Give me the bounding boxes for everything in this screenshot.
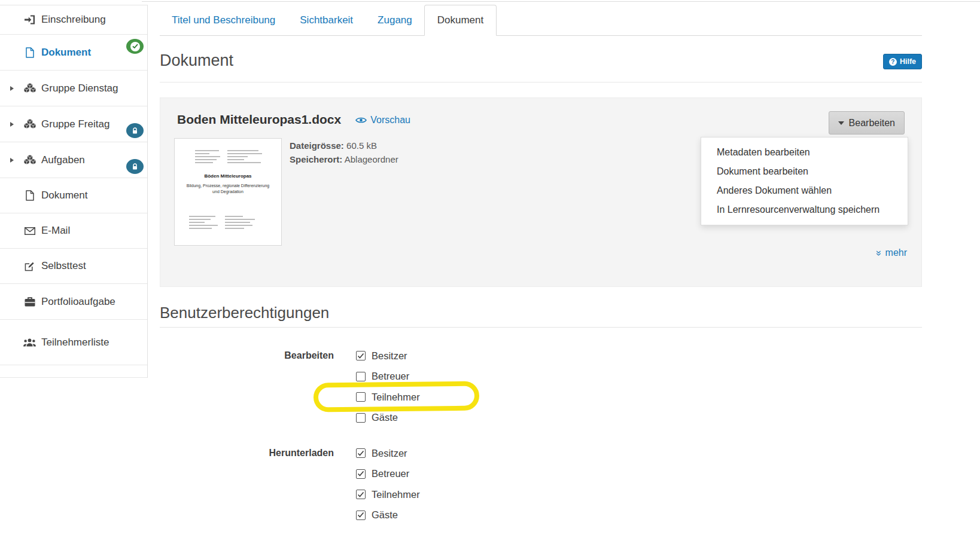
completed-badge [126,39,144,54]
option-label: Betreuer [372,468,409,479]
sidebar-item-teilnehmerliste[interactable]: Teilnehmerliste [0,320,147,365]
sidebar-item-label: Einschreibung [41,14,106,26]
caret-right-icon [10,86,14,91]
cubes-icon [23,119,36,129]
checkbox-bearbeiten-betreuer[interactable] [356,372,366,381]
caret-right-icon [10,122,14,127]
tab-sichtbarkeit[interactable]: Sichtbarkeit [300,5,353,35]
option-label: Gäste [372,509,398,521]
caret-down-icon [838,121,844,125]
file-icon [23,190,36,201]
tab-titel-und-beschreibung[interactable]: Titel und Beschreibung [172,5,275,35]
sidebar-item-selbsttest[interactable]: Selbsttest [0,249,147,284]
tab-label[interactable]: Titel und Beschreibung [172,14,275,26]
sidebar-item-dokument[interactable]: Dokument [0,35,147,71]
tab-zugang[interactable]: Zugang [378,5,412,35]
course-menu: EinschreibungDokumentGruppe DienstagGrup… [0,5,148,378]
envelope-icon [23,227,36,235]
edit-button-label: Bearbeiten [849,118,895,129]
sidebar-item-e-mail[interactable]: E-Mail [0,213,147,249]
tab-bar: Titel und BeschreibungSichtbarkeitZugang… [160,5,922,36]
sidebar-item-label: E-Mail [41,225,70,237]
cubes-icon [23,155,36,165]
option-label: Teilnehmer [372,392,420,403]
checkbox-bearbeiten-besitzer[interactable] [356,351,366,360]
checkbox-herunterladen-besitzer[interactable] [356,448,366,458]
sidebar-item-gruppe-freitag[interactable]: Gruppe Freitag [0,106,147,142]
thumbnail-title: Böden Mitteleuropas [175,173,281,179]
tab-label[interactable]: Sichtbarkeit [300,14,353,26]
permission-group-label: Bearbeiten [160,346,334,366]
preview-label: Vorschau [370,115,410,126]
filesize-row: Dateigrösse: 60.5 kB [290,139,398,152]
users-icon [23,338,36,347]
sidebar-item-aufgaben[interactable]: Aufgaben [0,142,147,178]
more-link[interactable]: » mehr [876,247,907,258]
option-label: Gäste [372,412,398,423]
section-divider [160,327,922,328]
thumbnail-subtitle-1: Bildung, Prozesse, regionale Differenzie… [175,183,281,189]
question-circle-icon: ? [889,58,897,66]
checkbox-herunterladen-teilnehmer[interactable] [356,490,366,499]
permissions-heading: Benutzerberechtigungen [160,302,329,323]
sidebar-item-gruppe-dienstag[interactable]: Gruppe Dienstag [0,71,147,106]
tab-dokument[interactable]: Dokument [424,5,497,36]
option-row-bearbeiten-besitzer: Besitzer [356,346,420,366]
sidebar-item-label: Gruppe Freitag [41,118,109,130]
section-divider [160,82,922,82]
permissions-form: BearbeitenBesitzerBetreuerTeilnehmerGäst… [160,346,922,540]
eye-icon [355,117,367,124]
edit-dropdown-menu: Metadaten bearbeitenDokument bearbeitenA… [701,137,908,225]
menu-item-metadaten-bearbeiten[interactable]: Metadaten bearbeiten [701,143,908,162]
header-divider [142,1,980,2]
angle-double-down-icon: » [874,250,884,255]
sidebar-item-label: Dokument [41,189,87,201]
option-label: Teilnehmer [372,489,420,500]
checkbox-herunterladen-betreuer[interactable] [356,469,366,479]
option-label: Besitzer [372,350,407,362]
sidebar-item-label: Portfolioaufgabe [41,296,115,308]
sidebar-item-label: Teilnehmerliste [41,337,109,349]
location-value: Ablageordner [345,154,398,164]
caret-right-icon [10,158,14,163]
file-icon [23,47,36,58]
document-panel: Boden Mitteleuropas1.docx Vorschau [160,97,922,287]
option-row-herunterladen-teilnehmer: Teilnehmer [356,484,420,505]
permission-group-herunterladen: HerunterladenBesitzerBetreuerTeilnehmerG… [160,443,922,525]
checkbox-bearbeiten-gaeste[interactable] [356,413,366,423]
edit-icon [23,261,36,271]
location-label: Speicherort: [290,154,342,164]
location-row: Speicherort: Ablageordner [290,152,398,166]
sidebar-item-label: Selbsttest [41,260,86,272]
sidebar-item-portfolioaufgabe[interactable]: Portfolioaufgabe [0,284,147,320]
checkbox-bearbeiten-teilnehmer[interactable] [356,392,366,402]
checkbox-herunterladen-gaeste[interactable] [356,511,366,520]
screen: EinschreibungDokumentGruppe DienstagGrup… [0,0,980,541]
option-row-bearbeiten-betreuer: Betreuer [356,366,420,387]
menu-item-dokument-bearbeiten[interactable]: Dokument bearbeiten [701,162,908,181]
menu-item-anderes-dokument-waehlen[interactable]: Anderes Dokument wählen [701,181,908,200]
thumbnail-header-lines [195,148,262,165]
help-button[interactable]: ? Hilfe [883,54,922,69]
page-title: Dokument [160,50,233,71]
option-label: Betreuer [372,371,409,382]
permission-group-label: Herunterladen [160,443,334,464]
filesize-value: 60.5 kB [346,140,377,151]
sidebar-item-dokument[interactable]: Dokument [0,178,147,213]
tab-label[interactable]: Zugang [378,14,412,26]
permission-group-bearbeiten: BearbeitenBesitzerBetreuerTeilnehmerGäst… [160,346,922,428]
sidebar-item-label: Aufgaben [41,154,85,166]
help-label: Hilfe [900,57,916,66]
document-thumbnail: Böden Mitteleuropas Bildung, Prozesse, r… [174,138,282,246]
preview-link[interactable]: Vorschau [355,115,410,126]
edit-button[interactable]: Bearbeiten [829,111,905,135]
tab-label[interactable]: Dokument [437,14,483,26]
menu-item-in-lernresourcenverwaltung-speichern[interactable]: In Lernresourcenverwaltung speichern [701,200,908,219]
more-label: mehr [885,247,907,258]
cubes-icon [23,83,36,93]
sidebar-item-einschreibung[interactable]: Einschreibung [0,5,147,35]
lock-badge [126,159,144,174]
option-row-herunterladen-betreuer: Betreuer [356,464,420,485]
sidebar-stub [0,365,147,378]
option-row-herunterladen-besitzer: Besitzer [356,443,420,464]
